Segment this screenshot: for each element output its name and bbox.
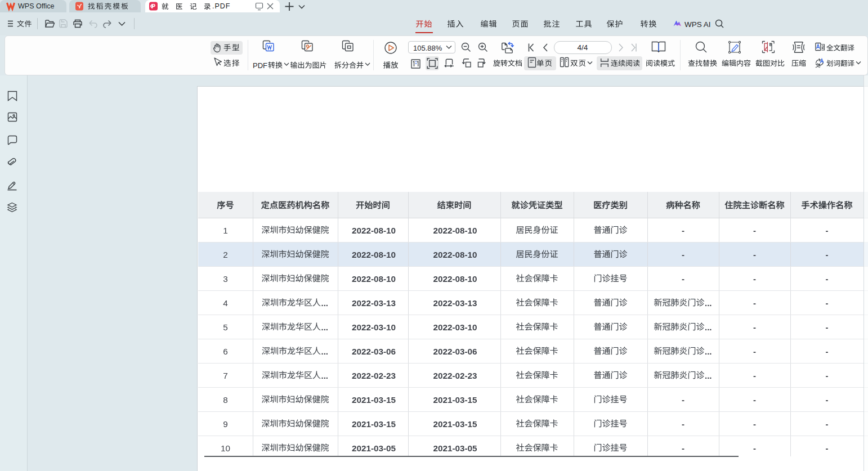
svg-text:1: 1: [223, 226, 228, 235]
svg-text:2021-03-15: 2021-03-15: [352, 395, 396, 405]
svg-text:2022-08-10: 2022-08-10: [352, 226, 396, 235]
svg-text:-: -: [753, 250, 756, 259]
svg-text:2022-08-10: 2022-08-10: [433, 226, 477, 235]
svg-text:-: -: [753, 419, 756, 429]
svg-text:-: -: [753, 298, 756, 308]
svg-text:-: -: [826, 322, 829, 332]
svg-text:8: 8: [223, 395, 228, 405]
svg-text:-: -: [826, 419, 829, 429]
svg-text:2: 2: [223, 250, 228, 259]
svg-text:-: -: [753, 322, 756, 332]
svg-text:P: P: [151, 3, 155, 10]
svg-text:-: -: [826, 371, 829, 380]
svg-text:2022-03-10: 2022-03-10: [433, 322, 477, 332]
svg-text:7: 7: [223, 371, 228, 380]
svg-text:2022-08-10: 2022-08-10: [352, 250, 396, 259]
svg-text:2022-02-23: 2022-02-23: [433, 371, 477, 380]
svg-text:...: ...: [321, 371, 329, 380]
svg-text:-: -: [753, 274, 756, 284]
svg-text:-: -: [682, 274, 684, 284]
svg-text:2022-08-10: 2022-08-10: [433, 274, 477, 284]
svg-text:...: ...: [321, 347, 329, 356]
svg-text:5: 5: [223, 322, 228, 332]
svg-text:6: 6: [223, 347, 228, 356]
svg-text:9: 9: [223, 419, 228, 429]
svg-text:...: ...: [321, 322, 329, 332]
svg-text:2022-03-13: 2022-03-13: [433, 298, 477, 308]
svg-text:-: -: [753, 371, 756, 380]
svg-text:-: -: [682, 443, 684, 453]
svg-text:-: -: [753, 347, 756, 356]
svg-text:-: -: [682, 226, 684, 235]
svg-text:2022-02-23: 2022-02-23: [352, 371, 396, 380]
svg-text:2021-03-05: 2021-03-05: [433, 443, 477, 453]
svg-text:-: -: [682, 395, 684, 405]
svg-text:2021-03-05: 2021-03-05: [352, 443, 396, 453]
svg-text:...: ...: [321, 298, 329, 308]
svg-text:-: -: [826, 226, 829, 235]
svg-text:2022-08-10: 2022-08-10: [352, 274, 396, 284]
svg-text:3: 3: [223, 274, 228, 284]
svg-text:-: -: [826, 250, 829, 259]
svg-text:-: -: [826, 347, 829, 356]
svg-text:2021-03-15: 2021-03-15: [433, 419, 477, 429]
svg-text:4: 4: [223, 298, 228, 308]
svg-text:...: ...: [705, 322, 712, 332]
svg-text:...: ...: [705, 371, 712, 380]
svg-text:10: 10: [221, 443, 230, 453]
svg-text:2021-03-15: 2021-03-15: [433, 395, 477, 405]
svg-text:2022-03-10: 2022-03-10: [352, 322, 396, 332]
svg-text:-: -: [826, 274, 829, 284]
svg-text:-: -: [753, 395, 756, 405]
svg-text:-: -: [753, 443, 756, 453]
svg-text:2022-03-06: 2022-03-06: [433, 347, 477, 356]
svg-text:...: ...: [705, 347, 712, 356]
svg-text:2022-03-13: 2022-03-13: [352, 298, 396, 308]
svg-text:-: -: [826, 298, 829, 308]
svg-text:-: -: [682, 250, 684, 259]
svg-text:2022-08-10: 2022-08-10: [433, 250, 477, 259]
svg-text:-: -: [682, 419, 684, 429]
svg-text:-: -: [826, 395, 829, 405]
svg-text:-: -: [753, 226, 756, 235]
svg-text:...: ...: [705, 298, 712, 308]
svg-text:2021-03-15: 2021-03-15: [352, 419, 396, 429]
svg-text:-: -: [826, 443, 829, 453]
svg-text:2022-03-06: 2022-03-06: [352, 347, 396, 356]
